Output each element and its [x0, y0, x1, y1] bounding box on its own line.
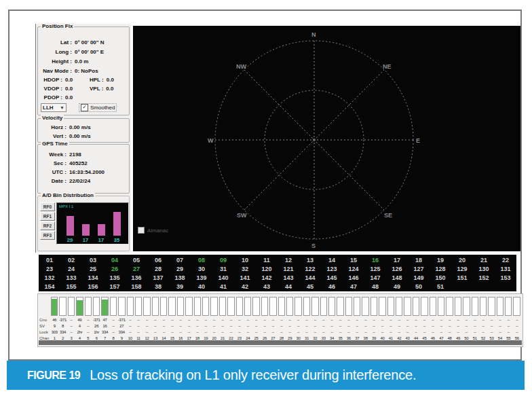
- vdop-row: VDOP : 0.0 VPL : 0.0: [38, 84, 129, 93]
- height-row: Height : 0.0 m: [38, 56, 129, 66]
- sat-number: 39: [169, 283, 191, 290]
- almanac-checkbox-box: [138, 227, 145, 234]
- channel-cno: 46: [50, 317, 58, 323]
- channel-sv: –: [294, 323, 302, 329]
- sat-number: 138: [169, 274, 191, 281]
- sat-number: 31: [212, 266, 234, 272]
- sat-number: 150: [430, 274, 451, 281]
- week-row: Week : 2198: [38, 150, 129, 159]
- sec-label: Sec :: [39, 160, 66, 166]
- channel-lock: –: [218, 329, 227, 335]
- channel-sv: –: [496, 323, 504, 329]
- compass-label-w: W: [208, 137, 214, 144]
- sat-number: 09: [212, 257, 234, 264]
- sat-number: 158: [126, 283, 147, 290]
- channel-bar: [379, 297, 385, 316]
- rf1-button[interactable]: RF1: [40, 212, 55, 221]
- sat-number: 136: [126, 274, 147, 281]
- hpl-label: HPL :: [90, 77, 104, 83]
- sat-number: 135: [104, 274, 126, 281]
- channel-cno: –: [126, 317, 134, 323]
- channel-bar: [472, 297, 478, 316]
- channel-sv: –: [420, 323, 428, 329]
- channel-row-label: SV: [39, 323, 50, 329]
- channel-cno: –: [294, 317, 302, 323]
- channel-cno: 47: [100, 317, 109, 323]
- channel-bar: [68, 297, 75, 316]
- channel-bar: [51, 297, 58, 316]
- sat-number: 04: [104, 257, 126, 264]
- channel-bar-fill: [52, 299, 57, 315]
- figure-caption-text: Loss of tracking on L1 only receiver dur…: [90, 367, 416, 383]
- sat-number: 141: [234, 274, 256, 281]
- sat-number: [473, 283, 495, 290]
- channel-cno: –: [67, 317, 75, 323]
- checkbox-check-icon: ✓: [81, 104, 88, 111]
- channel-lock: –: [109, 329, 117, 335]
- channel-sv: –: [210, 323, 218, 329]
- sat-number: 50: [408, 283, 430, 290]
- channel-sv: –: [244, 323, 252, 329]
- coord-format-dropdown[interactable]: LLH ▼: [41, 103, 66, 112]
- channel-sv: 8: [58, 323, 66, 329]
- hdop-row: HDOP : 0.0 HPL : 0.0: [38, 75, 129, 84]
- almanac-checkbox[interactable]: Almanac: [138, 227, 168, 234]
- channel-cno: –: [227, 317, 235, 323]
- channel-sv: –: [151, 323, 159, 329]
- rf2-button[interactable]: RF2: [40, 221, 55, 230]
- channel-sv: 26: [92, 323, 100, 329]
- channel-lock: –: [134, 329, 142, 335]
- channel-bar: [303, 297, 310, 316]
- sat-number: 01: [39, 257, 60, 264]
- ad-bin-chart: MPX I 1 29171735: [56, 202, 129, 245]
- channel-sv: –: [218, 323, 227, 329]
- sat-number: 10: [234, 257, 256, 264]
- channel-lock: –: [504, 329, 512, 335]
- channel-cno: –: [244, 317, 252, 323]
- channel-sv: –: [202, 323, 210, 329]
- channel-bar: [261, 297, 268, 316]
- sat-number: 146: [343, 274, 364, 281]
- channel-lock: –: [336, 329, 344, 335]
- ad-bin-bar: [82, 224, 90, 236]
- rf-button-column: RF0 RF1 RF2 RF3: [40, 202, 55, 240]
- channel-bar: [370, 297, 377, 316]
- sat-number: 05: [126, 257, 147, 264]
- channel-cno: –: [361, 317, 369, 323]
- channel-sv: –: [126, 323, 134, 329]
- channel-cno: –: [202, 317, 210, 323]
- sat-number: 129: [451, 266, 473, 272]
- channel-bar: [294, 297, 301, 316]
- sat-number: 145: [321, 274, 343, 281]
- channel-bar: [236, 297, 243, 316]
- channel-sv: –: [67, 323, 75, 329]
- sat-number: 148: [386, 274, 408, 281]
- channel-lock: –: [345, 329, 353, 335]
- channel-bar: [463, 297, 470, 316]
- pdop-value: 0.0: [65, 94, 73, 101]
- utc-row: UTC : 16:33:54.2000: [38, 168, 129, 177]
- sat-number: 14: [321, 257, 343, 264]
- sat-number: 03: [82, 257, 104, 264]
- smoothed-checkbox[interactable]: ✓ Smoothed: [79, 103, 117, 112]
- hdop-value: 0.0: [65, 77, 73, 83]
- channel-sv: 16: [100, 323, 109, 329]
- rf3-button[interactable]: RF3: [40, 231, 55, 240]
- channel-bar-fill: [102, 300, 107, 315]
- channel-cno: –: [193, 317, 202, 323]
- sat-number: 24: [60, 266, 82, 272]
- figure-number: FIGURE 19: [27, 369, 80, 382]
- channel-bar: [446, 297, 453, 316]
- channel-cno: –: [512, 317, 520, 323]
- hdop-label: HDOP :: [39, 77, 62, 83]
- channel-bar: [387, 297, 394, 316]
- channel-row-label: Cno: [39, 317, 50, 323]
- horz-label: Horz :: [39, 124, 66, 130]
- channel-cno: –: [176, 317, 185, 323]
- sat-number: 132: [39, 274, 60, 281]
- date-row: Date : 22/02/24: [38, 177, 129, 185]
- channel-sv: –: [134, 323, 142, 329]
- channel-lock: –: [395, 329, 403, 335]
- rf0-button[interactable]: RF0: [40, 202, 55, 211]
- sat-number: 12: [278, 257, 299, 264]
